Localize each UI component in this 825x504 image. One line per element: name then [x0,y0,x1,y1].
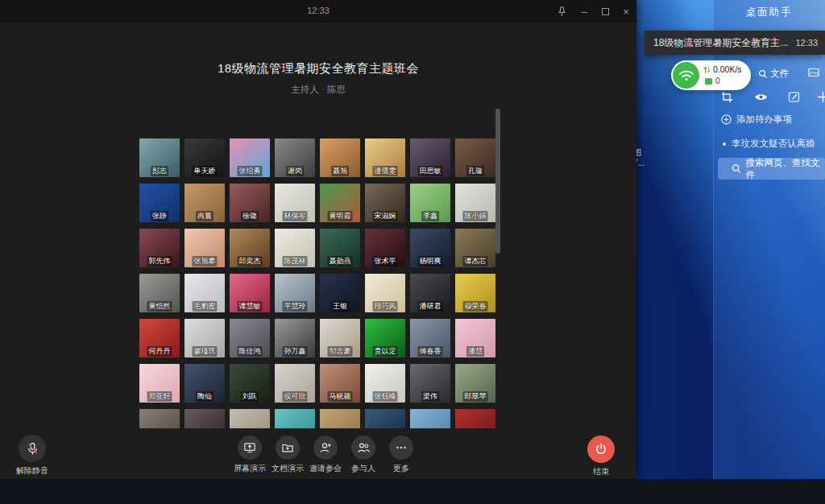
participant-tile[interactable]: 陈茂林 [275,229,315,267]
participant-grid: 彭志单天娇张绍勇谢岗聂旭逯倩雯田思敏孔璇张静冉晨徐璐林保岑黄明霞宋淑娴李鑫陈小娟… [139,138,500,428]
participant-tile[interactable]: 林保岑 [275,184,315,222]
assistant-news-item[interactable]: 李玟发文疑否认离婚 [723,138,815,150]
end-meeting-button[interactable]: 结束 [576,436,626,477]
participant-tile[interactable]: 穆荣春 [455,274,495,312]
meeting-notification-toast[interactable]: 18级物流管理暑期安全教育主... 12:33 [645,31,825,55]
participant-tile[interactable]: 聂勋燕 [320,229,360,267]
participant-tile[interactable]: 谢岗 [275,138,315,177]
screen-share-button[interactable]: 屏幕演示 [233,436,267,474]
participant-tile[interactable]: 张钰峰 [365,364,405,403]
participant-tile[interactable]: 平慧玲 [275,274,315,312]
participant-tile[interactable]: 邱奕杰 [230,229,270,267]
participant-tile[interactable]: 张术平 [365,229,405,267]
participant-tile[interactable] [230,409,270,428]
participant-tile[interactable]: 陶仙 [184,364,225,403]
participant-tile[interactable]: 郎翠琴 [455,364,495,403]
participant-tile[interactable] [275,409,315,428]
participant-tile[interactable]: 马晓颖 [320,364,360,403]
participant-tile[interactable]: 聂旭 [320,138,360,177]
more-button[interactable]: 更多 [384,436,418,474]
wifi-status-icon [673,62,699,89]
participant-tile[interactable]: 逯倩雯 [365,138,405,177]
participant-name: 梁伟 [421,391,439,402]
participant-tile[interactable] [410,409,450,428]
participant-tile[interactable]: 宋淑娴 [365,184,405,222]
participant-tile[interactable]: 张静 [139,184,180,222]
participant-tile[interactable]: 冉晨 [184,184,225,222]
participant-tile[interactable]: 杨明爽 [410,229,450,267]
participant-tile[interactable] [365,409,405,428]
participant-name: 聂旭 [331,166,349,176]
participant-tile[interactable] [455,409,495,428]
unmute-button[interactable]: 解除静音 [7,435,57,477]
assistant-search-files[interactable]: 文件 [758,68,789,80]
participant-tile[interactable]: 田思敏 [410,138,450,177]
invite-button[interactable]: 邀请参会 [309,436,342,474]
participant-tile[interactable]: 陈佳鸿 [230,319,270,357]
participant-tile[interactable]: 孙万鑫 [275,319,315,357]
participant-name: 邹吉豪 [328,346,353,357]
participant-tile[interactable]: 毛豹蜜 [184,274,225,312]
participant-tile[interactable]: 谭慧敏 [230,274,270,312]
participant-tile[interactable]: 陈小娟 [455,184,495,222]
doc-share-button[interactable]: 文档演示 [271,436,305,474]
search-icon [758,69,768,79]
participant-tile[interactable]: 贵以定 [365,319,405,357]
participant-tile[interactable]: 何丹丹 [139,319,180,357]
participant-tile[interactable]: 彭志 [139,138,180,177]
invite-label: 邀请参会 [309,463,342,474]
participant-tile[interactable]: 黄恺然 [139,274,180,312]
participant-tile[interactable]: 王银 [320,274,360,312]
participant-tile[interactable]: 潘研君 [410,274,450,312]
participant-tile[interactable]: 廖瑾琪 [184,319,225,357]
participant-name: 聂勋燕 [328,256,353,266]
participant-tile[interactable]: 郑亚轩 [139,364,180,403]
participant-tile[interactable]: 段巧风 [365,274,405,312]
maximize-icon[interactable] [598,4,612,19]
participant-tile[interactable]: 谭杰芯 [455,229,495,267]
participant-name: 侯可欣 [283,391,308,402]
pin-icon[interactable] [554,4,569,19]
eye-icon[interactable] [754,91,768,105]
participant-tile[interactable]: 孔璇 [455,138,495,177]
participant-name: 平慧玲 [283,301,308,312]
participant-name: 李鑫 [421,211,439,221]
participant-tile[interactable]: 单天娇 [184,138,225,177]
participant-tile[interactable]: 郭先伟 [139,229,180,267]
note-edit-icon[interactable] [788,91,800,106]
participant-tile[interactable]: 傅春香 [410,319,450,357]
participant-name: 田思敏 [418,166,443,176]
participant-tile[interactable]: 李鑫 [410,184,450,222]
participants-button[interactable]: 参与人 [346,436,380,474]
assistant-add-todo[interactable]: 添加待办事项 [721,114,792,126]
scrollbar[interactable] [495,109,500,254]
participant-tile[interactable] [139,409,180,428]
participant-name: 孔璇 [466,166,484,176]
participant-tile[interactable] [184,409,225,428]
participant-tile[interactable]: 侯可欣 [275,364,315,403]
assistant-search-bar[interactable]: 搜索网页、查找文件 [718,158,825,180]
participants-icon [357,441,371,454]
minimize-icon[interactable]: – [577,4,591,19]
participant-tile[interactable]: 梁伟 [410,364,450,403]
participant-name: 陈茂林 [283,256,308,266]
net-speed-widget[interactable]: 0.00K/s 0 [671,60,751,90]
participant-tile[interactable]: 刘跃 [230,364,270,403]
close-icon[interactable]: × [619,4,633,19]
assistant-screenshot[interactable] [808,68,819,77]
participant-tile[interactable]: 邹吉豪 [320,319,360,357]
participant-tile[interactable] [320,409,360,428]
participant-tile[interactable]: 黄明霞 [320,184,360,222]
move-plus-icon[interactable] [817,91,825,106]
participant-tile[interactable]: 张旭攀 [184,229,225,267]
more-icon [395,441,408,454]
participant-name: 陶仙 [196,391,214,402]
crop-icon[interactable] [721,91,733,106]
participant-name: 陈小娟 [463,211,488,221]
participant-name: 郭先伟 [147,256,172,266]
participant-tile[interactable]: 徐璐 [230,184,270,222]
participant-tile[interactable]: 潘慧 [455,319,495,357]
participant-name: 孙万鑫 [283,346,308,357]
participant-tile[interactable]: 张绍勇 [230,138,270,177]
titlebar[interactable]: 12:33 – × [0,0,636,23]
